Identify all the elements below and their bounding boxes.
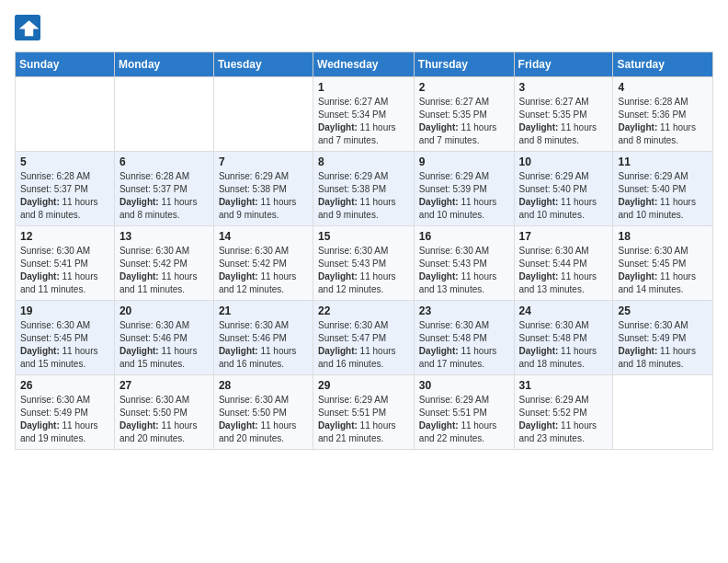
day-info: Sunrise: 6:30 AMSunset: 5:44 PMDaylight:… [519, 245, 609, 296]
calendar-day-cell: 26Sunrise: 6:30 AMSunset: 5:49 PMDayligh… [16, 375, 115, 450]
day-number: 13 [119, 230, 209, 243]
day-info: Sunrise: 6:30 AMSunset: 5:48 PMDaylight:… [519, 319, 609, 371]
calendar-day-header: Saturday [613, 52, 713, 77]
day-info: Sunrise: 6:29 AMSunset: 5:52 PMDaylight:… [519, 394, 609, 445]
calendar-day-header: Friday [514, 52, 613, 77]
day-number: 10 [519, 155, 609, 168]
calendar-day-cell: 11Sunrise: 6:29 AMSunset: 5:40 PMDayligh… [613, 152, 713, 226]
calendar-day-header: Sunday [16, 52, 115, 77]
day-info: Sunrise: 6:30 AMSunset: 5:46 PMDaylight:… [219, 319, 308, 371]
day-info: Sunrise: 6:27 AMSunset: 5:35 PMDaylight:… [519, 96, 609, 147]
day-number: 23 [419, 304, 509, 317]
logo-icon [15, 15, 40, 40]
day-number: 15 [318, 230, 409, 243]
calendar-day-header: Thursday [414, 52, 514, 77]
day-info: Sunrise: 6:30 AMSunset: 5:42 PMDaylight:… [119, 245, 209, 296]
calendar-table: SundayMondayTuesdayWednesdayThursdayFrid… [15, 52, 713, 450]
day-number: 22 [318, 304, 409, 317]
day-info: Sunrise: 6:30 AMSunset: 5:46 PMDaylight:… [119, 319, 209, 371]
day-number: 8 [318, 155, 409, 168]
calendar-day-cell: 20Sunrise: 6:30 AMSunset: 5:46 PMDayligh… [114, 301, 213, 375]
day-info: Sunrise: 6:30 AMSunset: 5:47 PMDaylight:… [318, 319, 409, 371]
day-number: 16 [419, 230, 509, 243]
day-number: 6 [119, 155, 209, 168]
day-number: 25 [618, 304, 708, 317]
day-number: 1 [318, 81, 409, 94]
calendar-day-header: Wednesday [313, 52, 415, 77]
calendar-day-cell: 6Sunrise: 6:28 AMSunset: 5:37 PMDaylight… [114, 152, 213, 226]
day-info: Sunrise: 6:30 AMSunset: 5:49 PMDaylight:… [618, 319, 708, 371]
calendar-day-cell: 2Sunrise: 6:27 AMSunset: 5:35 PMDaylight… [414, 77, 514, 152]
day-number: 18 [618, 230, 708, 243]
calendar-week-row: 5Sunrise: 6:28 AMSunset: 5:37 PMDaylight… [16, 152, 713, 226]
day-info: Sunrise: 6:29 AMSunset: 5:40 PMDaylight:… [519, 170, 609, 222]
day-info: Sunrise: 6:30 AMSunset: 5:50 PMDaylight:… [219, 394, 308, 445]
day-info: Sunrise: 6:29 AMSunset: 5:38 PMDaylight:… [318, 170, 409, 222]
calendar-week-row: 1Sunrise: 6:27 AMSunset: 5:34 PMDaylight… [16, 77, 713, 152]
day-info: Sunrise: 6:30 AMSunset: 5:43 PMDaylight:… [419, 245, 509, 296]
calendar-day-cell: 25Sunrise: 6:30 AMSunset: 5:49 PMDayligh… [613, 301, 713, 375]
calendar-day-header: Monday [114, 52, 213, 77]
calendar-day-cell: 14Sunrise: 6:30 AMSunset: 5:42 PMDayligh… [213, 226, 313, 301]
calendar-week-row: 12Sunrise: 6:30 AMSunset: 5:41 PMDayligh… [16, 226, 713, 301]
day-number: 30 [419, 379, 509, 392]
day-number: 20 [119, 304, 209, 317]
calendar-day-cell: 31Sunrise: 6:29 AMSunset: 5:52 PMDayligh… [514, 375, 613, 450]
day-number: 24 [519, 304, 609, 317]
day-info: Sunrise: 6:30 AMSunset: 5:41 PMDaylight:… [20, 245, 109, 296]
calendar-day-cell: 22Sunrise: 6:30 AMSunset: 5:47 PMDayligh… [313, 301, 415, 375]
calendar-day-cell: 10Sunrise: 6:29 AMSunset: 5:40 PMDayligh… [514, 152, 613, 226]
day-info: Sunrise: 6:30 AMSunset: 5:49 PMDaylight:… [20, 394, 109, 445]
day-info: Sunrise: 6:29 AMSunset: 5:39 PMDaylight:… [419, 170, 509, 222]
day-number: 17 [519, 230, 609, 243]
calendar-day-cell: 1Sunrise: 6:27 AMSunset: 5:34 PMDaylight… [313, 77, 415, 152]
day-info: Sunrise: 6:30 AMSunset: 5:42 PMDaylight:… [219, 245, 308, 296]
calendar-day-cell: 15Sunrise: 6:30 AMSunset: 5:43 PMDayligh… [313, 226, 415, 301]
day-number: 4 [618, 81, 708, 94]
day-number: 31 [519, 379, 609, 392]
logo [15, 15, 44, 40]
calendar-day-cell: 23Sunrise: 6:30 AMSunset: 5:48 PMDayligh… [414, 301, 514, 375]
day-info: Sunrise: 6:27 AMSunset: 5:35 PMDaylight:… [419, 96, 509, 147]
calendar-day-cell: 7Sunrise: 6:29 AMSunset: 5:38 PMDaylight… [213, 152, 313, 226]
calendar-day-cell [16, 77, 115, 152]
day-info: Sunrise: 6:28 AMSunset: 5:36 PMDaylight:… [618, 96, 708, 147]
calendar-day-cell: 3Sunrise: 6:27 AMSunset: 5:35 PMDaylight… [514, 77, 613, 152]
day-number: 27 [119, 379, 209, 392]
day-info: Sunrise: 6:29 AMSunset: 5:40 PMDaylight:… [618, 170, 708, 222]
calendar-day-cell: 27Sunrise: 6:30 AMSunset: 5:50 PMDayligh… [114, 375, 213, 450]
page-header [15, 15, 713, 40]
calendar-day-header: Tuesday [213, 52, 313, 77]
day-info: Sunrise: 6:29 AMSunset: 5:38 PMDaylight:… [219, 170, 308, 222]
day-number: 12 [20, 230, 109, 243]
day-number: 3 [519, 81, 609, 94]
day-info: Sunrise: 6:30 AMSunset: 5:50 PMDaylight:… [119, 394, 209, 445]
day-info: Sunrise: 6:28 AMSunset: 5:37 PMDaylight:… [20, 170, 109, 222]
calendar-header-row: SundayMondayTuesdayWednesdayThursdayFrid… [16, 52, 713, 77]
calendar-day-cell: 5Sunrise: 6:28 AMSunset: 5:37 PMDaylight… [16, 152, 115, 226]
day-info: Sunrise: 6:29 AMSunset: 5:51 PMDaylight:… [318, 394, 409, 445]
calendar-day-cell: 21Sunrise: 6:30 AMSunset: 5:46 PMDayligh… [213, 301, 313, 375]
day-number: 11 [618, 155, 708, 168]
calendar-day-cell [613, 375, 713, 450]
calendar-day-cell: 24Sunrise: 6:30 AMSunset: 5:48 PMDayligh… [514, 301, 613, 375]
calendar-day-cell: 19Sunrise: 6:30 AMSunset: 5:45 PMDayligh… [16, 301, 115, 375]
day-info: Sunrise: 6:27 AMSunset: 5:34 PMDaylight:… [318, 96, 409, 147]
day-number: 28 [219, 379, 308, 392]
day-number: 5 [20, 155, 109, 168]
day-info: Sunrise: 6:29 AMSunset: 5:51 PMDaylight:… [419, 394, 509, 445]
calendar-day-cell: 12Sunrise: 6:30 AMSunset: 5:41 PMDayligh… [16, 226, 115, 301]
day-info: Sunrise: 6:30 AMSunset: 5:48 PMDaylight:… [419, 319, 509, 371]
calendar-day-cell: 8Sunrise: 6:29 AMSunset: 5:38 PMDaylight… [313, 152, 415, 226]
day-number: 2 [419, 81, 509, 94]
day-number: 26 [20, 379, 109, 392]
calendar-week-row: 26Sunrise: 6:30 AMSunset: 5:49 PMDayligh… [16, 375, 713, 450]
calendar-day-cell: 28Sunrise: 6:30 AMSunset: 5:50 PMDayligh… [213, 375, 313, 450]
calendar-week-row: 19Sunrise: 6:30 AMSunset: 5:45 PMDayligh… [16, 301, 713, 375]
calendar-day-cell [213, 77, 313, 152]
day-number: 14 [219, 230, 308, 243]
calendar-day-cell: 30Sunrise: 6:29 AMSunset: 5:51 PMDayligh… [414, 375, 514, 450]
calendar-day-cell: 29Sunrise: 6:29 AMSunset: 5:51 PMDayligh… [313, 375, 415, 450]
day-number: 7 [219, 155, 308, 168]
day-info: Sunrise: 6:28 AMSunset: 5:37 PMDaylight:… [119, 170, 209, 222]
